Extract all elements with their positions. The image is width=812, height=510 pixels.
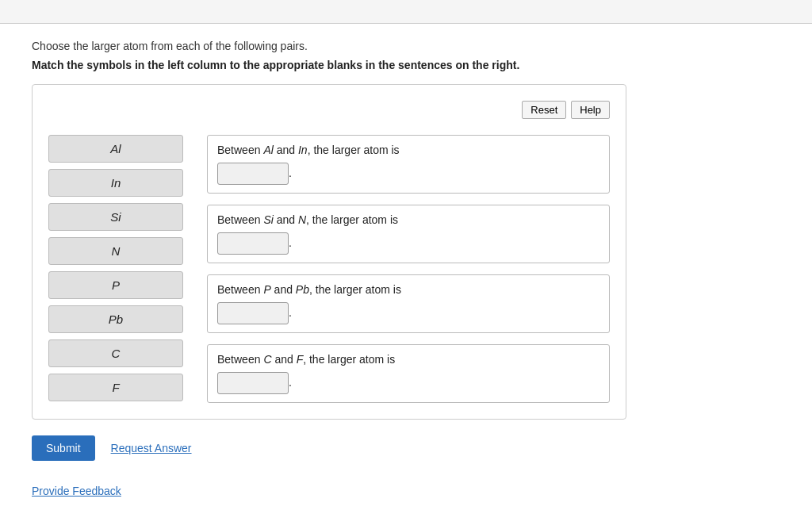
sentence-box-2: Between Si and N, the larger atom is . [207, 205, 610, 263]
sentence-answer-row-2: . [217, 232, 599, 255]
atom-pb[interactable]: Pb [48, 305, 183, 333]
help-button[interactable]: Help [571, 101, 610, 119]
instructions-line1: Choose the larger atom from each of the … [32, 40, 780, 52]
atom-in[interactable]: In [48, 169, 183, 197]
sentence-box-3: Between P and Pb, the larger atom is . [207, 274, 610, 333]
right-column: Between Al and In, the larger atom is . … [207, 135, 610, 403]
atom-n[interactable]: N [48, 237, 183, 265]
atom-f[interactable]: F [48, 374, 183, 401]
atom-c[interactable]: C [48, 339, 183, 367]
sentence-box-1: Between Al and In, the larger atom is . [207, 135, 610, 194]
instructions-line2: Match the symbols in the left column to … [32, 59, 780, 71]
drop-area-2[interactable] [217, 232, 289, 255]
exercise-content: Al In Si N P Pb C F Between Al and In, t… [48, 135, 610, 403]
sentence-text-3: Between P and Pb, the larger atom is [217, 283, 599, 296]
submit-row: Submit Request Answer [32, 435, 780, 461]
sentence-text-4: Between C and F, the larger atom is [217, 353, 599, 366]
main-content: Choose the larger atom from each of the … [0, 24, 812, 510]
request-answer-button[interactable]: Request Answer [111, 442, 192, 454]
submit-button[interactable]: Submit [32, 435, 95, 461]
exercise-box: Reset Help Al In Si N P Pb C F Between A… [32, 84, 626, 420]
atom-al[interactable]: Al [48, 135, 183, 163]
sentence-text-2: Between Si and N, the larger atom is [217, 213, 599, 226]
drop-area-3[interactable] [217, 302, 289, 324]
atom-si[interactable]: Si [48, 203, 183, 231]
left-column: Al In Si N P Pb C F [48, 135, 183, 403]
top-bar [0, 0, 812, 24]
period-4: . [289, 376, 292, 389]
sentence-answer-row-3: . [217, 302, 599, 324]
top-buttons: Reset Help [48, 101, 610, 119]
sentence-box-4: Between C and F, the larger atom is . [207, 344, 610, 403]
period-1: . [289, 167, 292, 179]
atom-p[interactable]: P [48, 271, 183, 299]
sentence-answer-row-4: . [217, 372, 599, 394]
sentence-answer-row-1: . [217, 163, 599, 185]
drop-area-1[interactable] [217, 163, 289, 185]
provide-feedback-link[interactable]: Provide Feedback [32, 485, 121, 497]
period-2: . [289, 236, 292, 249]
drop-area-4[interactable] [217, 372, 289, 394]
sentence-text-1: Between Al and In, the larger atom is [217, 144, 599, 156]
period-3: . [289, 306, 292, 319]
reset-button[interactable]: Reset [522, 101, 566, 119]
